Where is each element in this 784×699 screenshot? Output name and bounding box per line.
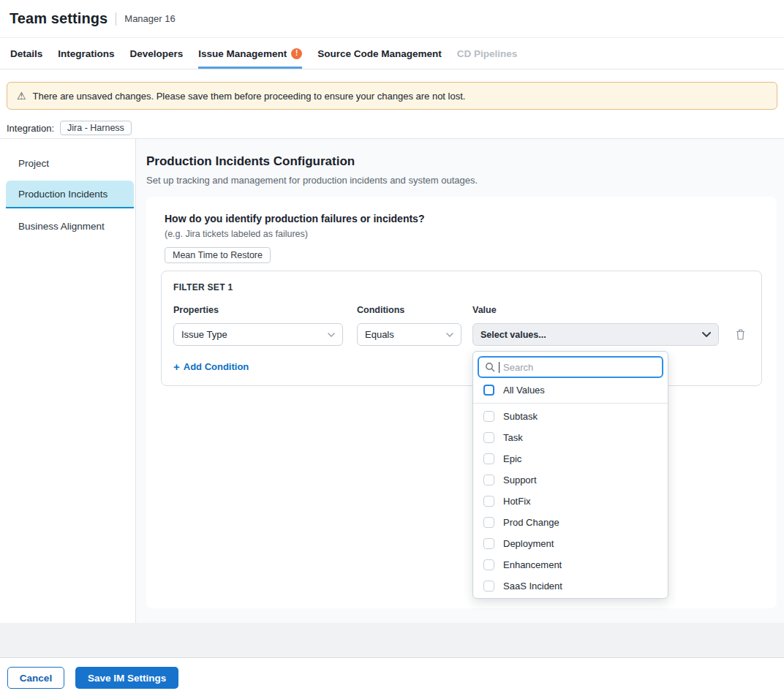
conditions-column-header: Conditions	[357, 305, 461, 315]
warning-icon: ⚠	[17, 91, 26, 101]
option-checkbox[interactable]	[483, 496, 494, 507]
option-checkbox[interactable]	[483, 475, 494, 485]
main-panel: Production Incidents Configuration Set u…	[136, 139, 784, 623]
add-condition-label: Add Condition	[184, 361, 249, 372]
footer-spacer-band	[0, 623, 784, 658]
title-divider	[116, 12, 116, 26]
integration-label: Integration:	[7, 123, 54, 134]
select-all-option[interactable]: All Values	[478, 378, 663, 401]
chevron-down-icon	[702, 332, 711, 337]
option-checkbox[interactable]	[483, 538, 494, 549]
option-checkbox[interactable]	[483, 517, 494, 528]
unsaved-changes-badge-icon: !	[291, 48, 302, 59]
option-support[interactable]: Support	[478, 469, 663, 491]
tab-integrations[interactable]: Integrations	[58, 38, 114, 69]
page-title: Team settings	[10, 10, 108, 27]
filter-column-headers: Properties Conditions Value	[173, 305, 750, 315]
select-all-label: All Values	[503, 385, 545, 396]
team-settings-page: Team settings Manager 16 Details Integra…	[0, 0, 784, 699]
properties-column-header: Properties	[173, 305, 343, 315]
tab-issue-management[interactable]: Issue Management !	[198, 38, 302, 69]
search-icon	[485, 362, 495, 372]
save-im-settings-button[interactable]: Save IM Settings	[75, 667, 178, 689]
chevron-down-icon	[446, 333, 453, 337]
question-hint: (e.g. Jira tickets labeled as failures)	[165, 229, 762, 239]
option-checkbox[interactable]	[483, 581, 494, 592]
sidebar-item-production-incidents[interactable]: Production Incidents	[6, 181, 134, 208]
team-name-label: Manager 16	[124, 13, 175, 24]
option-task[interactable]: Task	[478, 427, 663, 448]
value-select[interactable]: Select values...	[472, 323, 719, 346]
config-sidebar: Project Production Incidents Business Al…	[0, 139, 136, 623]
tab-source-code-management[interactable]: Source Code Management	[317, 38, 442, 69]
property-select-value: Issue Type	[181, 329, 227, 340]
option-checkbox[interactable]	[483, 432, 494, 443]
value-select-wrapper: Select values...	[472, 323, 719, 346]
metric-chip-mttr[interactable]: Mean Time to Restore	[165, 247, 271, 263]
tab-details[interactable]: Details	[10, 38, 42, 69]
sidebar-item-business-alignment[interactable]: Business Alignment	[6, 212, 134, 240]
dropdown-search-input[interactable]	[503, 362, 656, 373]
sidebar-item-project[interactable]: Project	[6, 149, 134, 177]
option-enhancement[interactable]: Enhancement	[478, 554, 663, 575]
filter-condition-row: Issue Type Equals Select values...	[173, 323, 750, 346]
value-column-header: Value	[472, 305, 719, 315]
option-subtask[interactable]: Subtask	[478, 406, 663, 427]
dropdown-search-box	[478, 356, 663, 378]
option-deployment[interactable]: Deployment	[478, 533, 663, 554]
page-header: Team settings Manager 16	[0, 0, 784, 38]
tab-developers[interactable]: Developers	[130, 38, 184, 69]
section-title: Production Incidents Configuration	[146, 154, 777, 169]
text-caret	[499, 362, 500, 373]
unsaved-changes-banner: ⚠ There are unsaved changes. Please save…	[7, 82, 777, 110]
select-all-checkbox[interactable]	[483, 385, 494, 396]
option-prod-change[interactable]: Prod Change	[478, 512, 663, 533]
filter-set-title: FILTER SET 1	[173, 282, 750, 292]
add-condition-button[interactable]: + Add Condition	[173, 361, 249, 372]
dropdown-divider	[473, 403, 668, 404]
section-subtitle: Set up tracking and management for produ…	[146, 175, 777, 186]
value-multiselect-dropdown: All Values Subtask Task Epic Support Hot…	[472, 351, 668, 599]
cancel-button[interactable]: Cancel	[7, 667, 64, 689]
chevron-down-icon	[328, 333, 335, 337]
incidents-config-card: How do you identify production failures …	[146, 197, 777, 608]
integration-row: Integration: Jira - Harness	[7, 121, 784, 135]
option-checkbox[interactable]	[483, 411, 494, 422]
option-epic[interactable]: Epic	[478, 448, 663, 469]
question-heading: How do you identify production failures …	[165, 213, 762, 224]
content-area: Project Production Incidents Business Al…	[0, 139, 784, 623]
plus-icon: +	[173, 361, 180, 372]
trash-icon	[735, 328, 746, 341]
banner-text: There are unsaved changes. Please save t…	[33, 91, 466, 102]
option-checkbox[interactable]	[483, 559, 494, 570]
dropdown-option-list: Subtask Task Epic Support HotFix Prod Ch…	[478, 406, 663, 599]
option-saas-incident[interactable]: SaaS Incident	[478, 575, 663, 597]
footer-actions: Cancel Save IM Settings	[0, 658, 784, 689]
delete-filter-button[interactable]	[734, 327, 747, 342]
value-select-placeholder: Select values...	[480, 330, 546, 340]
settings-tabbar: Details Integrations Developers Issue Ma…	[0, 38, 784, 69]
integration-chip[interactable]: Jira - Harness	[60, 121, 132, 135]
option-customer-notification[interactable]: Customer Notification	[478, 597, 663, 599]
property-select[interactable]: Issue Type	[173, 323, 343, 346]
filter-set-box: FILTER SET 1 Properties Conditions Value…	[161, 271, 762, 386]
condition-select-value: Equals	[365, 329, 394, 340]
option-hotfix[interactable]: HotFix	[478, 491, 663, 512]
option-checkbox[interactable]	[483, 453, 494, 464]
tab-cd-pipelines: CD Pipelines	[457, 38, 518, 69]
condition-select[interactable]: Equals	[357, 323, 461, 346]
